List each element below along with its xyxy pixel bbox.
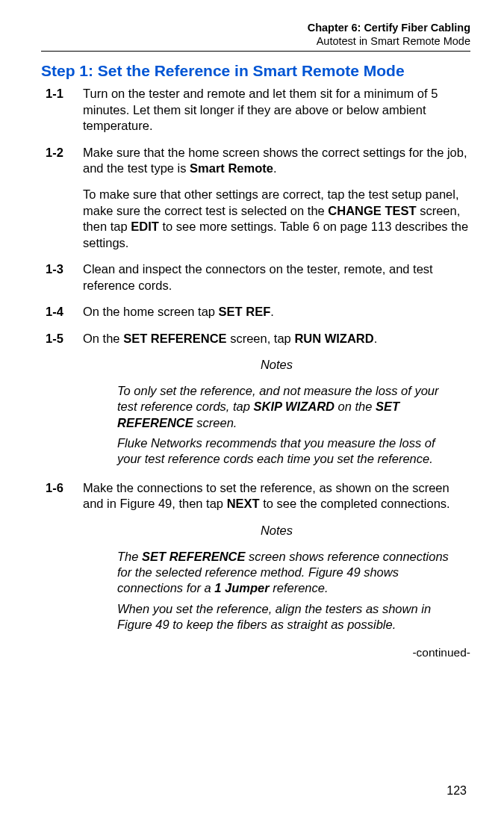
term-change-test: CHANGE TEST	[328, 204, 416, 217]
step-text: On the SET REFERENCE screen, tap RUN WIZ…	[83, 331, 470, 347]
step-text: On the home screen tap SET REF.	[83, 304, 470, 320]
page-number: 123	[447, 784, 467, 798]
section-heading: Step 1: Set the Reference in Smart Remot…	[41, 62, 470, 80]
term-set-ref: SET REF	[219, 305, 271, 318]
term-next: NEXT	[227, 497, 260, 510]
step-text: Clean and inspect the connectors on the …	[83, 261, 470, 294]
chapter-title: Chapter 6: Certify Fiber Cabling	[41, 21, 470, 34]
step-body: On the home screen tap SET REF.	[83, 304, 470, 320]
note-text: The SET REFERENCE screen shows reference…	[117, 549, 457, 596]
step-number: 1-2	[46, 145, 71, 252]
term-run-wizard: RUN WIZARD	[294, 332, 373, 345]
step-text: Make the connections to set the referenc…	[83, 480, 470, 512]
running-header: Chapter 6: Certify Fiber Cabling Autotes…	[41, 21, 470, 48]
step-body: Make the connections to set the referenc…	[83, 480, 470, 636]
term-skip-wizard: SKIP WIZARD	[254, 400, 335, 413]
step-text: To make sure that other settings are cor…	[83, 187, 470, 251]
notes-block: The SET REFERENCE screen shows reference…	[117, 549, 457, 633]
step-number: 1-4	[46, 304, 71, 320]
step-body: Clean and inspect the connectors on the …	[83, 261, 470, 294]
step-number: 1-1	[46, 86, 71, 134]
term-edit: EDIT	[131, 220, 159, 233]
notes-label: Notes	[83, 357, 470, 373]
step-1-6: 1-6 Make the connections to set the refe…	[46, 480, 470, 636]
page-content: Chapter 6: Certify Fiber Cabling Autotes…	[0, 0, 504, 659]
term-set-reference: SET REFERENCE	[123, 332, 226, 345]
step-1-5: 1-5 On the SET REFERENCE screen, tap RUN…	[46, 331, 470, 470]
note-text: When you set the reference, align the te…	[117, 601, 457, 633]
note-text: Fluke Networks recommends that you measu…	[117, 435, 457, 467]
steps-list: 1-1 Turn on the tester and remote and le…	[46, 86, 470, 636]
continued-marker: -continued-	[41, 646, 470, 659]
step-1-3: 1-3 Clean and inspect the connectors on …	[46, 261, 470, 294]
term-smart-remote: Smart Remote	[190, 161, 273, 175]
notes-block: To only set the reference, and not measu…	[117, 383, 457, 467]
step-number: 1-5	[46, 331, 71, 470]
step-text: Make sure that the home screen shows the…	[83, 145, 470, 177]
step-1-2: 1-2 Make sure that the home screen shows…	[46, 145, 470, 252]
term-set-reference: SET REFERENCE	[142, 550, 245, 563]
notes-label: Notes	[83, 523, 470, 538]
step-1-4: 1-4 On the home screen tap SET REF.	[46, 304, 470, 320]
chapter-subtitle: Autotest in Smart Remote Mode	[41, 34, 470, 48]
step-number: 1-3	[46, 261, 71, 294]
step-body: Make sure that the home screen shows the…	[83, 145, 470, 252]
step-body: On the SET REFERENCE screen, tap RUN WIZ…	[83, 331, 470, 470]
step-number: 1-6	[46, 480, 71, 636]
step-1-1: 1-1 Turn on the tester and remote and le…	[46, 86, 470, 134]
header-rule	[41, 51, 470, 52]
note-text: To only set the reference, and not measu…	[117, 383, 457, 430]
step-text: Turn on the tester and remote and let th…	[83, 86, 470, 134]
step-body: Turn on the tester and remote and let th…	[83, 86, 470, 134]
term-1-jumper: 1 Jumper	[214, 581, 269, 594]
